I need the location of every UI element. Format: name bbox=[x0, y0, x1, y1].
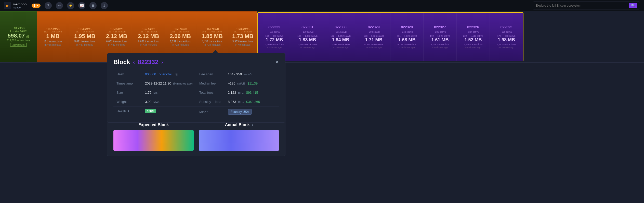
copy-hash-icon[interactable]: ⎘ bbox=[176, 73, 177, 76]
health-badge: 100% bbox=[145, 109, 156, 113]
miner-label: Miner bbox=[199, 110, 225, 114]
block-icon[interactable]: ▦ bbox=[89, 2, 97, 9]
mempool-size: 598.07 bbox=[8, 32, 25, 39]
search-input[interactable] bbox=[536, 4, 627, 7]
timestamp-row: Timestamp 2023-12-22 11:30 (9 minutes ag… bbox=[113, 79, 196, 88]
feespan-value: 164 - 950 sat/vB bbox=[228, 72, 252, 76]
search-bar: 🔍 bbox=[533, 2, 640, 9]
block-title: Block bbox=[113, 58, 130, 66]
logo-text: mempool bbox=[13, 2, 28, 6]
subsidyfees-value: 8.373 BTC $368,365 bbox=[228, 100, 260, 104]
search-button[interactable]: 🔍 bbox=[629, 3, 637, 8]
bitcoin-symbol: ₿ bbox=[34, 4, 35, 7]
block-prev-nav[interactable]: ‹ bbox=[133, 59, 135, 65]
subsidyfees-row: Subsidy + fees 8.373 BTC $368,365 bbox=[196, 97, 279, 106]
totalfees-label: Total fees bbox=[199, 91, 225, 94]
block-number[interactable]: 822332 bbox=[138, 58, 158, 66]
confirmed-block-2[interactable]: 822330 ~201 sat/vB 172 → 1,452 sat/vB 1.… bbox=[324, 13, 357, 61]
expected-block-visual bbox=[113, 130, 194, 151]
hash-row: Hash 000000...50e0cb9 ⎘ bbox=[113, 70, 196, 79]
medianfee-row: Median fee ~185 sat/vB $11.39 bbox=[196, 79, 279, 88]
health-info-icon[interactable]: ℹ bbox=[128, 110, 129, 113]
subsidyfees-usd: $368,365 bbox=[246, 100, 260, 104]
navbar: m mempool .space ₿ ▼ ? ✏ ⚡ 📈 ▦ ℹ 🔍 bbox=[0, 0, 644, 11]
timestamp-value: 2023-12-22 11:30 (9 minutes ago) bbox=[145, 81, 193, 85]
close-button[interactable]: ✕ bbox=[275, 59, 279, 65]
actual-block-visual bbox=[199, 130, 279, 151]
edit-icon[interactable]: ✏ bbox=[56, 2, 63, 9]
totalfees-usd: $93,415 bbox=[246, 91, 258, 94]
logo[interactable]: m mempool .space bbox=[4, 2, 28, 9]
size-label: Size bbox=[116, 91, 142, 94]
pending-block-2[interactable]: ~153 sat/vB 151 → 153 sat/vB 1.95 MB 5,6… bbox=[69, 11, 101, 62]
medianfee-usd: $11.39 bbox=[247, 81, 258, 85]
bottom-grid: Expected Block Actual Block ℹ bbox=[113, 123, 279, 151]
block-detail-panel: Block ‹ 822332 › ✕ Hash 000000...50e0cb9… bbox=[107, 53, 285, 123]
block-detail-left: Hash 000000...50e0cb9 ⎘ Timestamp 2023-1… bbox=[113, 70, 196, 117]
medianfee-value: ~185 sat/vB $11.39 bbox=[228, 81, 258, 85]
confirmed-block-5[interactable]: 822327 ~200 sat/vB 172 → 1,028 sat/vB 1.… bbox=[424, 13, 457, 61]
timestamp-ago: (9 minutes ago) bbox=[173, 82, 192, 85]
blocks-area: ~10 sat/vB 1 → 352 sat/vB 598.07 MB 315,… bbox=[0, 11, 644, 62]
mempool-eta-label: (369 blocks) bbox=[10, 43, 27, 47]
miner-badge[interactable]: Foundry USA bbox=[228, 109, 252, 115]
separator-line bbox=[0, 62, 644, 63]
feespan-row: Fee span 164 - 950 sat/vB bbox=[196, 70, 279, 79]
block-next-nav[interactable]: › bbox=[161, 59, 163, 65]
mempool-tx-count: 315,002 transactions bbox=[7, 39, 30, 42]
confirmed-block-6[interactable]: 822326 ~234 sat/vB 222 → 1,442 sat/vB 1.… bbox=[457, 13, 490, 61]
confirmed-block-4[interactable]: 822328 ~243 sat/vB 211 → 1,028 sat/vB 1.… bbox=[390, 13, 424, 61]
confirmed-block-3[interactable]: 822329 ~208 sat/vB 178 → 1,326 sat/vB 1.… bbox=[357, 13, 390, 61]
weight-row: Weight 3.99 MWU bbox=[113, 97, 196, 106]
block-detail-header: Block ‹ 822332 › ✕ bbox=[113, 58, 279, 66]
size-row: Size 1.72 MB bbox=[113, 88, 196, 97]
size-value: 1.72 MB bbox=[145, 91, 157, 94]
medianfee-label: Median fee bbox=[199, 81, 225, 85]
chart-icon[interactable]: 📈 bbox=[78, 2, 85, 9]
health-row: Health ℹ 100% bbox=[113, 106, 196, 116]
mempool-size-unit: MB bbox=[25, 35, 29, 38]
expected-block-title: Expected Block bbox=[113, 123, 194, 127]
weight-label: Weight bbox=[116, 100, 142, 104]
help-icon[interactable]: ? bbox=[45, 2, 52, 9]
subsidyfees-label: Subsidy + fees bbox=[199, 100, 225, 104]
actual-block-col: Actual Block ℹ bbox=[199, 123, 279, 151]
totalfees-value: 2.123 BTC $93,415 bbox=[228, 91, 258, 94]
confirmed-block-1[interactable]: 822331 ~170 sat/vB 166 → 1,452 sat/vB 1.… bbox=[291, 13, 324, 61]
mempool-fee-top: ~10 sat/vB bbox=[12, 27, 25, 30]
svg-text:m: m bbox=[6, 4, 9, 8]
totalfees-row: Total fees 2.123 BTC $93,415 bbox=[196, 88, 279, 97]
health-label: Health ℹ bbox=[116, 109, 142, 113]
hash-label: Hash bbox=[116, 72, 142, 76]
bottom-section: Expected Block Actual Block ℹ bbox=[107, 117, 285, 156]
feespan-label: Fee span bbox=[199, 72, 225, 76]
block-detail-grid: Hash 000000...50e0cb9 ⎘ Timestamp 2023-1… bbox=[113, 70, 279, 117]
hash-value[interactable]: 000000...50e0cb9 bbox=[145, 72, 172, 76]
logo-subtext: .space bbox=[13, 6, 28, 9]
block-detail-right: Fee span 164 - 950 sat/vB Median fee ~18… bbox=[196, 70, 279, 117]
expected-block-col: Expected Block bbox=[113, 123, 194, 151]
miner-row: Miner Foundry USA bbox=[196, 106, 279, 117]
price-badge[interactable]: ₿ ▼ bbox=[32, 4, 41, 8]
confirmed-blocks-container: 822332 ~185 sat/vB 164 → 950 sat/vB 1.72… bbox=[257, 12, 523, 61]
actual-block-info-icon[interactable]: ℹ bbox=[252, 124, 253, 127]
lightning-icon[interactable]: ⚡ bbox=[67, 2, 74, 9]
price-dropdown-icon: ▼ bbox=[36, 4, 38, 7]
actual-block-title: Actual Block ℹ bbox=[199, 123, 279, 127]
confirmed-block-7[interactable]: 822325 ~176 sat/vB 175 → 650 sat/vB 1.98… bbox=[490, 13, 523, 61]
mempool-fee-range: 1 → 352 sat/vB bbox=[10, 30, 27, 32]
info-nav-icon[interactable]: ℹ bbox=[101, 2, 108, 9]
logo-icon: m bbox=[4, 2, 11, 9]
weight-value: 3.99 MWU bbox=[145, 100, 160, 104]
timestamp-label: Timestamp bbox=[116, 81, 142, 85]
pending-block-1[interactable]: ~152 sat/vB 152 → 153 sat/vB 1 MB 121 tr… bbox=[37, 11, 69, 62]
mempool-pending-block[interactable]: ~10 sat/vB 1 → 352 sat/vB 598.07 MB 315,… bbox=[0, 11, 37, 62]
popup-triangle bbox=[212, 50, 219, 54]
